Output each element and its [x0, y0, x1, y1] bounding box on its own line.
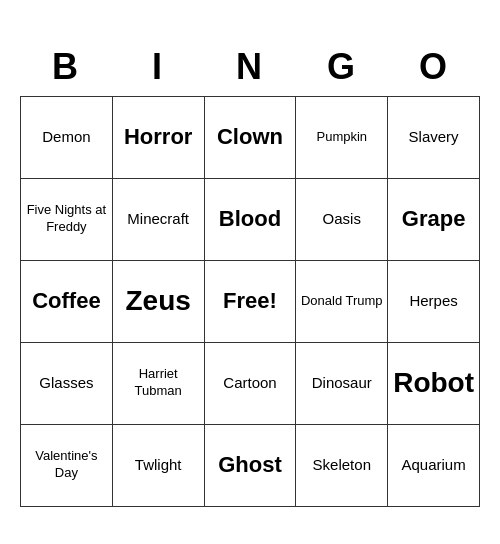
bingo-cell: Coffee — [21, 261, 113, 343]
bingo-cell: Pumpkin — [296, 97, 388, 179]
header-letter: G — [296, 38, 388, 96]
bingo-cell: Five Nights at Freddy — [21, 179, 113, 261]
header-letter: N — [204, 38, 296, 96]
bingo-cell: Grape — [388, 179, 480, 261]
header-letter: I — [112, 38, 204, 96]
bingo-cell: Demon — [21, 97, 113, 179]
bingo-cell: Free! — [205, 261, 297, 343]
bingo-cell: Ghost — [205, 425, 297, 507]
bingo-cell: Donald Trump — [296, 261, 388, 343]
bingo-cell: Dinosaur — [296, 343, 388, 425]
bingo-cell: Minecraft — [113, 179, 205, 261]
bingo-cell: Aquarium — [388, 425, 480, 507]
bingo-cell: Cartoon — [205, 343, 297, 425]
bingo-cell: Robot — [388, 343, 480, 425]
bingo-grid: DemonHorrorClownPumpkinSlaveryFive Night… — [20, 96, 480, 507]
bingo-cell: Oasis — [296, 179, 388, 261]
bingo-cell: Harriet Tubman — [113, 343, 205, 425]
bingo-cell: Horror — [113, 97, 205, 179]
bingo-cell: Clown — [205, 97, 297, 179]
bingo-cell: Slavery — [388, 97, 480, 179]
bingo-header: BINGO — [20, 38, 480, 96]
bingo-cell: Valentine's Day — [21, 425, 113, 507]
bingo-cell: Blood — [205, 179, 297, 261]
header-letter: B — [20, 38, 112, 96]
bingo-cell: Twlight — [113, 425, 205, 507]
bingo-cell: Skeleton — [296, 425, 388, 507]
bingo-card: BINGO DemonHorrorClownPumpkinSlaveryFive… — [20, 38, 480, 507]
bingo-cell: Zeus — [113, 261, 205, 343]
bingo-cell: Herpes — [388, 261, 480, 343]
bingo-cell: Glasses — [21, 343, 113, 425]
header-letter: O — [388, 38, 480, 96]
